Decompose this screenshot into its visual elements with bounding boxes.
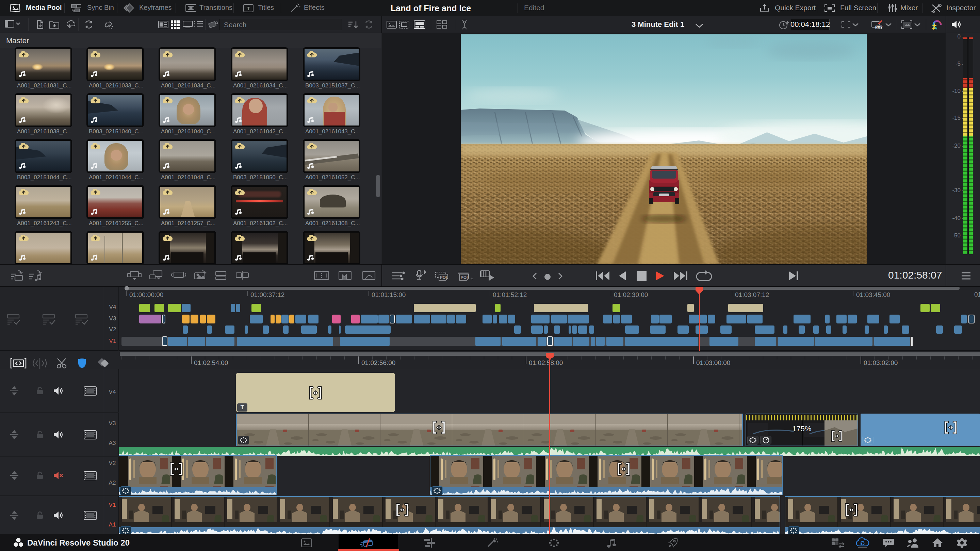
svg-text:T: T (247, 5, 250, 11)
svg-text:PXY: PXY (875, 25, 883, 29)
svg-text:POI: POI (440, 275, 447, 280)
svg-text:POI: POI (461, 275, 468, 280)
